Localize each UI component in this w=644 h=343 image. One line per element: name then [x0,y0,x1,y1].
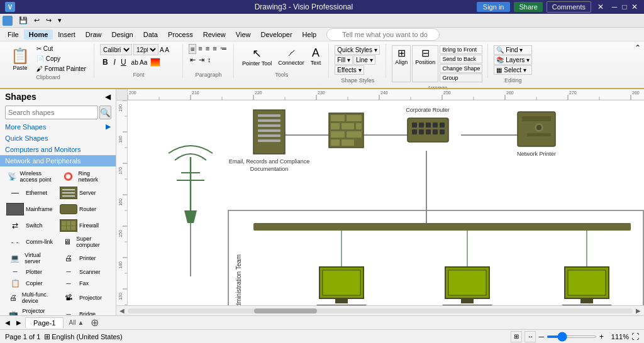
fill-button[interactable]: Fill ▾ [335,55,353,65]
paste-button[interactable]: 📋 Paste [8,45,33,73]
shape-super-computer[interactable]: 🖥 Super computer [58,234,111,249]
change-shape-button[interactable]: Change Shape [440,64,482,73]
find-button[interactable]: 🔍 Find ▾ [494,45,532,55]
shape-printer[interactable]: 🖨 Printer [58,251,111,266]
text-color-button[interactable] [150,58,160,67]
comments-button[interactable]: Comments [547,1,591,13]
shape-comm-link[interactable]: - - Comm-link [5,234,57,249]
italic-button[interactable]: I [112,57,118,67]
shape-virtual-server[interactable]: 💻 Virtual server [5,251,57,266]
all-pages-button[interactable]: All ▲ [65,318,87,327]
bullets-button[interactable]: ≔ [219,44,228,54]
text-tool-button[interactable]: A Text [308,45,324,67]
zoom-in-button[interactable]: + [599,332,604,341]
menu-review[interactable]: Review [198,30,231,40]
sidebar-item-more-shapes[interactable]: More Shapes▶ [0,121,116,133]
layers-button[interactable]: 📚 Layers ▾ [494,55,532,65]
zoom-out-button[interactable]: ─ [538,332,544,341]
save-qat-button[interactable]: 💾 [16,15,30,26]
cut-button[interactable]: ✂ Cut [34,44,89,53]
sidebar-item-computers-monitors[interactable]: Computers and Monitors [0,144,116,155]
increase-indent[interactable]: ⇥ [197,55,206,65]
redo-qat-button[interactable]: ↪ [43,15,54,26]
align-right-button[interactable]: ≡ [204,44,211,54]
select-button[interactable]: ▦ Select ▾ [494,65,532,75]
share-button[interactable]: Share [514,2,542,12]
shape-projector[interactable]: 📽 Projector [58,290,111,305]
horizontal-scrollbar[interactable]: ◀ ▶ [116,305,644,315]
customize-qat-button[interactable]: ▾ [55,15,64,26]
shape-multi-func[interactable]: 🖨 Multi-func. device [5,290,57,305]
tell-me-input[interactable] [326,28,440,41]
bold-button[interactable]: B [100,57,111,68]
menu-draw[interactable]: Draw [80,30,107,40]
quick-styles-button[interactable]: Quick Styles ▾ [335,45,379,55]
scroll-right-button[interactable]: ▶ [634,307,643,315]
underline-button[interactable]: U [119,57,128,67]
shape-ring-network[interactable]: ⭕ Ring network [58,169,111,184]
shape-mainframe[interactable]: Mainframe [5,202,57,217]
signin-button[interactable]: Sign in [477,2,511,12]
shape-firewall[interactable]: Firewall [58,218,111,233]
format-painter-button[interactable]: 🖌 Format Painter [34,64,89,74]
shape-plotter[interactable]: ─ Plotter [5,267,57,276]
scroll-left-button[interactable]: ◀ [118,307,126,315]
position-button[interactable]: ⊟Position [412,45,438,82]
bring-to-front-button[interactable]: Bring to Front [440,45,482,54]
minimize-button[interactable]: ─ [610,3,619,11]
collapse-ribbon-button[interactable]: ⌃ [633,43,643,53]
tell-me-field[interactable] [326,28,641,41]
menu-insert[interactable]: Insert [53,30,80,40]
line-button[interactable]: Line ▾ [353,55,375,65]
shape-ethernet[interactable]: — Ethernet [5,185,57,200]
pointer-tool-button[interactable]: ↖ Pointer Tool [240,45,274,68]
shape-switch[interactable]: ⇄ Switch [5,218,57,233]
align-center-button[interactable]: ≡ [197,44,203,54]
font-family-select[interactable]: Calibri [100,44,132,55]
menu-data[interactable]: Data [138,30,163,40]
align-left-button[interactable]: ≡ [189,44,196,54]
fit-page-width-button[interactable]: ↔ [525,331,536,342]
send-to-back-button[interactable]: Send to Back [440,55,482,63]
shape-scanner[interactable]: ─ Scanner [58,267,111,276]
add-page-button[interactable]: ⊕ [89,317,100,329]
scroll-pages-left[interactable]: ◀ [3,318,13,328]
shape-wireless[interactable]: 📡 Wireless access point [5,169,57,184]
effects-button[interactable]: Effects ▾ [335,65,364,75]
decrease-indent[interactable]: ⇤ [189,55,197,65]
search-shapes-button[interactable]: 🔍 [99,106,111,119]
menu-help[interactable]: Help [297,30,322,40]
close-button[interactable]: ✕ [630,3,639,11]
h-scroll-thumb[interactable] [254,308,317,313]
font-size-select[interactable]: 12pt [133,44,158,55]
justify-button[interactable]: ≡ [211,44,218,54]
connector-tool-button[interactable]: ⟋ Connector [275,45,307,67]
shape-fax[interactable]: ─ Fax [58,278,111,289]
menu-file[interactable]: File [3,30,24,40]
sidebar-collapse-button[interactable]: ◀ [105,92,111,101]
menu-developer[interactable]: Developer [255,30,297,40]
copy-button[interactable]: 📄 Copy [34,54,89,63]
expand-view-button[interactable]: ⛶ [631,332,639,341]
drawing-canvas[interactable]: Email, Records and Compliance Documentat… [128,101,644,305]
menu-home[interactable]: Home [24,30,53,40]
shape-copier[interactable]: 📋 Copier [5,278,57,289]
fit-page-button[interactable]: ⊞ [511,331,522,342]
menu-process[interactable]: Process [163,30,198,40]
sidebar-item-quick-shapes[interactable]: Quick Shapes [0,133,116,144]
shape-bridge[interactable]: ─ Bridge [58,307,111,315]
undo-qat-button[interactable]: ↩ [31,15,42,26]
shape-projector-screen[interactable]: 📺 Projector Screen [5,307,57,315]
maximize-button[interactable]: □ [620,3,629,11]
shape-router[interactable]: Router [58,202,111,217]
scroll-pages-right[interactable]: ▶ [14,318,24,328]
search-shapes-input[interactable] [5,106,98,119]
align-button[interactable]: ⊞Align [392,45,411,82]
menu-design[interactable]: Design [106,30,138,40]
line-spacing[interactable]: ↕ [206,55,213,65]
shape-server[interactable]: Server [58,185,111,200]
menu-view[interactable]: View [231,30,256,40]
page-tab-1[interactable]: Page-1 [25,317,64,328]
group-button[interactable]: Group [440,74,482,82]
zoom-slider[interactable] [547,335,597,338]
